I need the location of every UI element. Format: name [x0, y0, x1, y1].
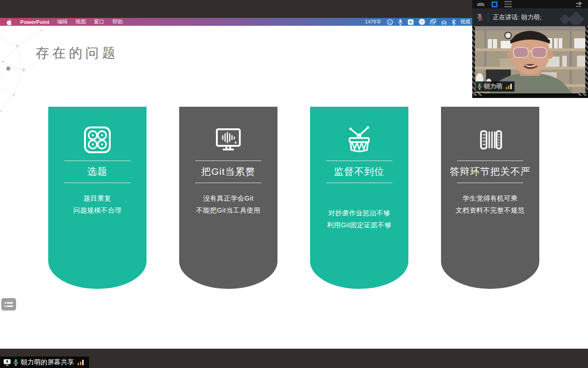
- divider: [326, 183, 392, 183]
- panel-bottom-edge: [472, 93, 588, 96]
- network-signal-icon: [506, 84, 512, 89]
- card-body: 没有真正学会Git 不能把Git当工具使用: [179, 192, 277, 216]
- list-icon: [5, 301, 13, 308]
- mic-on-icon: [477, 83, 482, 90]
- messenger-icon[interactable]: [418, 18, 425, 25]
- divider: [457, 183, 523, 183]
- card-title: 把Git当累赘: [179, 165, 277, 178]
- gallery-view-button[interactable]: [504, 1, 512, 7]
- problem-card-topic: 选题 题目重复 问题规模不合理: [48, 107, 147, 289]
- menu-view[interactable]: 视图: [75, 18, 86, 25]
- problem-card-git-burden: 把Git当累赘 没有真正学会Git 不能把Git当工具使用: [179, 107, 277, 289]
- muted-mic-icon[interactable]: [476, 13, 483, 22]
- divider: [195, 183, 261, 183]
- card-body: 题目重复 问题规模不合理: [48, 192, 147, 216]
- divider: [64, 183, 130, 183]
- screen-share-icon: [3, 359, 11, 366]
- speaking-label: 正在讲话: 朝力萌;: [493, 13, 542, 22]
- network-signal-icon: [78, 360, 84, 365]
- card-title: 选题: [48, 165, 147, 178]
- divider: [64, 161, 130, 161]
- divider: [457, 161, 523, 161]
- mic-on-icon: [13, 359, 18, 366]
- divider: [326, 161, 392, 161]
- participant-video[interactable]: 朝力萌: [472, 26, 588, 96]
- stove-grid-icon: [83, 125, 112, 155]
- panel-edge-stripes: [472, 26, 475, 96]
- smiley-icon[interactable]: [387, 19, 393, 25]
- apple-logo-icon[interactable]: [6, 19, 12, 25]
- slide-navigator-button[interactable]: [1, 298, 16, 310]
- mic-icon[interactable]: [398, 19, 403, 25]
- problem-card-defense: 答辩环节把关不严 学生觉得有机可乘 文档资料不完整不规范: [441, 107, 539, 289]
- collapse-panel-icon[interactable]: [575, 1, 583, 7]
- drum-icon: [345, 125, 374, 155]
- bluetooth-icon[interactable]: [452, 19, 456, 25]
- card-body: 对抄袭作业惩治不够 利用Git固定证据不够: [310, 207, 408, 231]
- audio-icon[interactable]: [441, 19, 447, 25]
- screen-share-indicator: 朝力萌的屏幕共享: [0, 356, 89, 368]
- speaker-view-button[interactable]: [492, 1, 498, 7]
- card-title: 答辩环节把关不严: [441, 165, 539, 178]
- meeting-video-panel: 正在讲话: 朝力萌;: [472, 0, 588, 98]
- participant-name: 朝力萌: [484, 82, 503, 91]
- card-body: 学生觉得有机可乘 文档资料不完整不规范: [441, 192, 539, 216]
- divider: [488, 13, 488, 22]
- accordion-icon: [475, 125, 505, 155]
- card-title: 监督不到位: [310, 165, 408, 178]
- divider: [195, 161, 261, 161]
- problem-card-supervision: 监督不到位 对抄袭作业惩治不够 利用Git固定证据不够: [310, 107, 408, 289]
- menu-help[interactable]: 帮助: [112, 18, 123, 25]
- menu-powerpoint[interactable]: PowerPoint: [20, 19, 49, 25]
- windows-stack-icon[interactable]: [430, 19, 436, 25]
- menubar-status-cluster: 1478字 视频: [365, 18, 474, 26]
- meeting-app-logo: [559, 10, 585, 25]
- panel-edge-stripes: [585, 26, 588, 96]
- word-count: 1478字: [365, 18, 381, 25]
- share-label: 朝力萌的屏幕共享: [21, 358, 74, 367]
- hide-video-button[interactable]: [477, 3, 485, 6]
- input-source-icon[interactable]: [407, 19, 414, 25]
- menu-window[interactable]: 窗口: [94, 18, 104, 25]
- participant-name-badge: 朝力萌: [475, 81, 514, 92]
- menu-edit[interactable]: 编辑: [57, 18, 68, 25]
- video-panel-toolbar: [472, 0, 588, 8]
- slide-title: 存在的问题: [36, 44, 119, 63]
- monitor-waveform-icon: [214, 125, 243, 155]
- active-speaker-bar: 正在讲话: 朝力萌;: [472, 8, 588, 26]
